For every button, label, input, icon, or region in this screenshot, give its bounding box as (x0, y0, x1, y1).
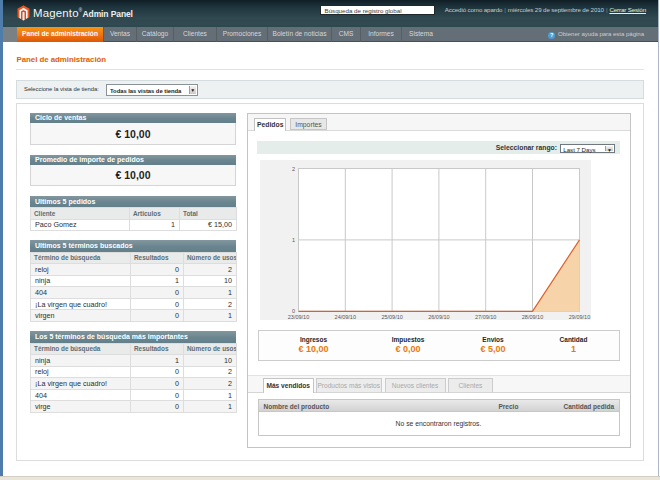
svg-text:2: 2 (292, 165, 295, 171)
svg-text:27/09/10: 27/09/10 (475, 313, 496, 319)
svg-text:23/09/10: 23/09/10 (288, 313, 309, 319)
svg-text:1: 1 (292, 237, 295, 243)
svg-text:29/09/10: 29/09/10 (569, 313, 590, 319)
svg-text:26/09/10: 26/09/10 (428, 313, 449, 319)
svg-text:28/09/10: 28/09/10 (522, 313, 543, 319)
svg-text:25/09/10: 25/09/10 (381, 313, 402, 319)
svg-text:24/09/10: 24/09/10 (335, 313, 356, 319)
